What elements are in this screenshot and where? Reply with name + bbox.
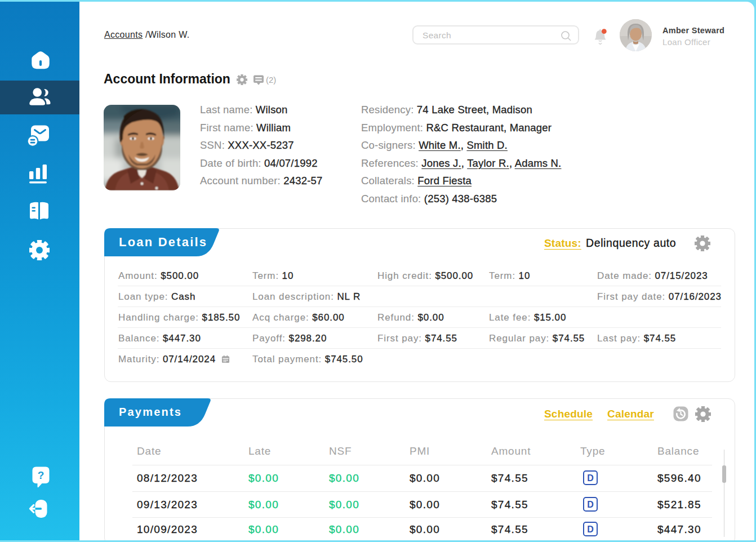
svg-text:?: ? (38, 469, 45, 481)
